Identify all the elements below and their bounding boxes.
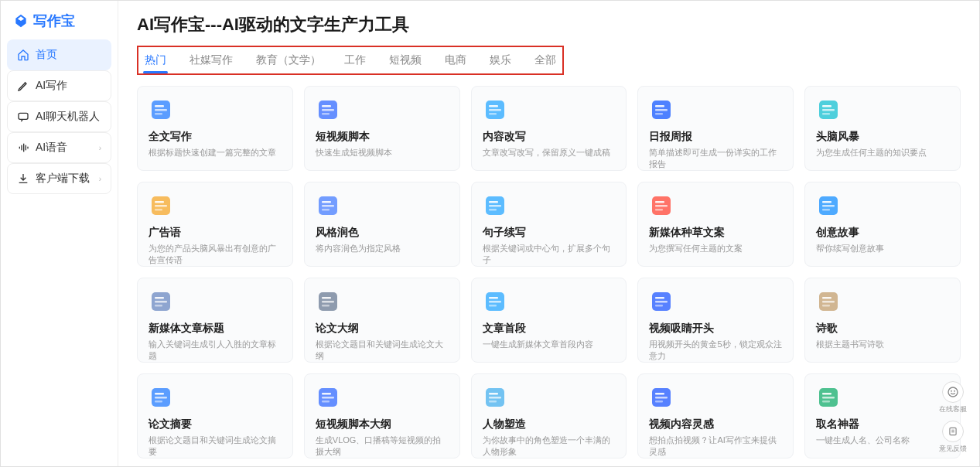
template-card-4[interactable]: 头脑风暴为您生成任何主题的知识要点: [804, 86, 961, 171]
tab-0[interactable]: 热门: [143, 50, 168, 70]
card-icon: [816, 97, 841, 122]
svg-rect-13: [322, 113, 330, 115]
tab-7[interactable]: 全部: [533, 50, 558, 70]
card-icon: [649, 193, 674, 218]
card-icon: [316, 193, 340, 218]
sidebar-item-3[interactable]: AI语音›: [7, 132, 111, 163]
card-desc: 根据关键词或中心句，扩展多个句子: [483, 243, 616, 267]
template-card-3[interactable]: 日报周报简单描述即可生成一份详实的工作报告: [637, 86, 794, 171]
sidebar-item-0[interactable]: 首页: [7, 39, 111, 70]
card-desc: 文章改写改写，保留原义一键成稿: [483, 147, 616, 159]
template-card-13[interactable]: 视频吸睛开头用视频开头的黄金5秒，锁定观众注意力: [637, 278, 794, 363]
card-title: 视频吸睛开头: [649, 322, 782, 336]
template-card-7[interactable]: 句子续写根据关键词或中心句，扩展多个句子: [471, 182, 627, 267]
template-card-17[interactable]: 人物塑造为你故事中的角色塑造一个丰满的人物形象: [471, 373, 627, 458]
card-icon: [816, 289, 841, 314]
sidebar-item-2[interactable]: AI聊天机器人: [7, 101, 111, 132]
template-card-5[interactable]: 广告语为您的产品头脑风暴出有创意的广告宣传语: [137, 182, 293, 267]
svg-rect-7: [155, 105, 164, 107]
svg-rect-5: [27, 147, 28, 149]
template-card-6[interactable]: 风格润色将内容润色为指定风格: [304, 182, 460, 267]
template-card-2[interactable]: 内容改写文章改写改写，保留原义一键成稿: [471, 86, 627, 171]
template-card-12[interactable]: 文章首段一键生成新媒体文章首段内容: [471, 278, 627, 363]
tab-2[interactable]: 教育（文学）: [254, 50, 323, 70]
svg-rect-63: [822, 297, 831, 299]
template-card-0[interactable]: 全文写作根据标题快速创建一篇完整的文章: [137, 86, 293, 171]
tab-4[interactable]: 短视频: [388, 50, 423, 70]
svg-rect-29: [155, 209, 162, 211]
card-title: 文章首段: [483, 322, 616, 336]
sidebar-item-label: 客户端下载: [36, 172, 90, 186]
template-card-18[interactable]: 视频内容灵感想拍点拍视频？让AI写作宝来提供灵感: [637, 373, 794, 458]
page-title: AI写作宝---AI驱动的文字生产力工具: [137, 13, 961, 36]
svg-rect-32: [322, 205, 334, 207]
sidebar-item-1[interactable]: AI写作: [7, 70, 111, 101]
template-card-15[interactable]: 论文摘要根据论文题目和关键词生成论文摘要: [137, 373, 293, 458]
svg-rect-9: [155, 113, 162, 115]
card-title: 新媒体文章标题: [149, 322, 282, 336]
svg-rect-37: [489, 209, 497, 211]
card-title: 人物塑造: [483, 418, 616, 431]
service-label: 在线客服: [939, 404, 967, 414]
feedback-label: 意见反馈: [939, 444, 967, 454]
card-desc: 根据主题书写诗歌: [816, 339, 949, 350]
tab-3[interactable]: 工作: [343, 50, 367, 70]
svg-rect-31: [322, 201, 331, 203]
template-card-19[interactable]: 取名神器一键生成人名、公司名称: [804, 373, 961, 458]
svg-rect-69: [155, 401, 162, 403]
sidebar: 写作宝 首页AI写作AI聊天机器人AI语音›客户端下载›: [1, 1, 118, 466]
tab-1[interactable]: 社媒写作: [188, 50, 234, 70]
main-content: AI写作宝---AI驱动的文字生产力工具 热门社媒写作教育（文学）工作短视频电商…: [118, 1, 979, 466]
template-card-14[interactable]: 诗歌根据主题书写诗歌: [804, 278, 961, 363]
card-icon: [483, 97, 507, 122]
svg-rect-2: [21, 145, 22, 151]
template-card-11[interactable]: 论文大纲根据论文题目和关键词生成论文大纲: [304, 278, 460, 363]
card-desc: 用视频开头的黄金5秒，锁定观众注意力: [649, 339, 782, 363]
online-service-button[interactable]: 在线客服: [939, 381, 967, 414]
template-card-10[interactable]: 新媒体文章标题输入关键词生成引人入胜的文章标题: [137, 278, 293, 363]
svg-rect-15: [489, 105, 498, 107]
card-desc: 简单描述即可生成一份详实的工作报告: [649, 147, 782, 171]
svg-rect-80: [655, 397, 668, 399]
home-icon: [17, 49, 29, 61]
float-buttons: 在线客服 意见反馈: [939, 381, 967, 454]
svg-rect-45: [822, 209, 830, 211]
card-title: 诗歌: [816, 322, 949, 336]
svg-rect-36: [489, 205, 501, 207]
svg-rect-83: [822, 393, 831, 395]
note-icon: [942, 421, 964, 442]
svg-rect-27: [155, 201, 164, 203]
logo[interactable]: 写作宝: [7, 7, 111, 35]
svg-rect-8: [155, 109, 167, 111]
card-desc: 为你故事中的角色塑造一个丰满的人物形象: [483, 435, 616, 458]
tab-5[interactable]: 电商: [443, 50, 468, 70]
svg-rect-60: [655, 301, 668, 303]
svg-rect-59: [655, 297, 664, 299]
card-icon: [649, 289, 674, 314]
svg-rect-3: [23, 144, 24, 152]
svg-rect-17: [489, 113, 497, 115]
svg-rect-77: [489, 401, 497, 403]
template-card-9[interactable]: 创意故事帮你续写创意故事: [804, 182, 961, 267]
svg-rect-73: [322, 401, 330, 403]
chevron-right-icon: ›: [99, 144, 101, 152]
card-icon: [649, 385, 674, 410]
svg-point-87: [951, 390, 952, 391]
svg-rect-1: [19, 147, 20, 149]
feedback-button[interactable]: 意见反馈: [939, 421, 967, 454]
template-card-1[interactable]: 短视频脚本快速生成短视频脚本: [304, 86, 460, 171]
svg-rect-75: [489, 393, 498, 395]
chevron-right-icon: ›: [99, 175, 101, 183]
card-title: 句子续写: [483, 226, 616, 240]
template-card-16[interactable]: 短视频脚本大纲生成VLOG、口播稿等短视频的拍摄大纲: [304, 373, 460, 458]
svg-rect-12: [322, 109, 334, 111]
card-icon: [149, 289, 173, 314]
svg-rect-4: [26, 145, 26, 151]
tab-6[interactable]: 娱乐: [488, 50, 513, 70]
svg-rect-39: [655, 201, 664, 203]
svg-rect-65: [822, 305, 830, 307]
download-icon: [17, 172, 29, 185]
template-card-8[interactable]: 新媒体种草文案为您撰写任何主题的文案: [637, 182, 794, 267]
card-desc: 一键生成人名、公司名称: [816, 435, 949, 446]
sidebar-item-4[interactable]: 客户端下载›: [7, 163, 111, 194]
